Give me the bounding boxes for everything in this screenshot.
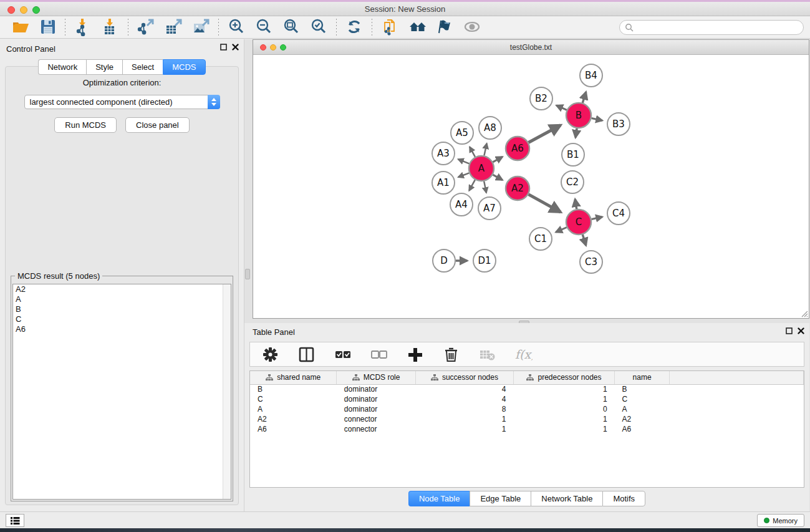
graph-edge-A-A8[interactable]: [484, 143, 486, 156]
graph-edge-A6-B[interactable]: [529, 125, 561, 143]
table-cell[interactable]: 1: [415, 424, 513, 434]
table-cell[interactable]: A: [615, 404, 670, 414]
graph-node-A7[interactable]: A7: [478, 197, 501, 220]
graph-node-B4[interactable]: B4: [580, 64, 602, 87]
graph-edge-B-B1[interactable]: [576, 128, 577, 138]
graph-edge-C-C1[interactable]: [556, 227, 566, 232]
run-mcds-button[interactable]: Run MCDS: [54, 117, 117, 133]
graph-node-B[interactable]: B: [566, 103, 591, 128]
add-column-plus-icon[interactable]: [403, 345, 426, 364]
table-cell[interactable]: [670, 414, 804, 424]
table-cell[interactable]: 1: [513, 384, 614, 394]
dropdown-stepper-icon[interactable]: [208, 95, 220, 109]
graph-edge-A-A3[interactable]: [458, 159, 470, 163]
tab-style[interactable]: Style: [86, 59, 122, 75]
table-cell[interactable]: 1: [415, 414, 513, 424]
graph-node-D1[interactable]: D1: [473, 249, 496, 272]
table-cell[interactable]: 1: [513, 414, 614, 424]
table-cell[interactable]: A2: [250, 414, 337, 424]
graph-node-B3[interactable]: B3: [607, 113, 630, 135]
table-row[interactable]: Cdominator41C: [250, 394, 804, 404]
result-scrollbar[interactable]: [223, 284, 231, 499]
window-resize-grip[interactable]: [799, 309, 808, 317]
graph-node-A1[interactable]: A1: [432, 172, 455, 194]
tab-network[interactable]: Network: [38, 59, 86, 75]
style-flag-icon[interactable]: [433, 18, 456, 37]
result-item[interactable]: B: [13, 304, 231, 314]
network-canvas[interactable]: B4B2BB3A8A5A6B1A3AC2A1A2A4A7C4CC1C3DD1: [254, 56, 808, 317]
graph-edge-A-A4[interactable]: [469, 180, 475, 190]
table-cell[interactable]: [670, 394, 804, 404]
graph-edge-B-B4[interactable]: [582, 92, 586, 103]
optimization-criterion-dropdown[interactable]: largest connected component (directed): [24, 95, 220, 109]
zoom-fit-icon[interactable]: [280, 18, 302, 37]
graph-edge-A-A2[interactable]: [493, 175, 502, 180]
column-header-predecessor-nodes[interactable]: predecessor nodes: [513, 371, 614, 384]
home-pair-icon[interactable]: [406, 18, 428, 37]
table-cell[interactable]: dominator: [337, 384, 416, 394]
float-table-panel-icon[interactable]: [786, 327, 793, 334]
graph-node-A4[interactable]: A4: [450, 193, 473, 216]
tab-network-table[interactable]: Network Table: [531, 491, 602, 506]
import-table-icon[interactable]: [99, 18, 122, 37]
table-cell[interactable]: connector: [337, 414, 416, 424]
table-cell[interactable]: B: [615, 384, 670, 394]
graph-node-C4[interactable]: C4: [607, 202, 630, 225]
table-cell[interactable]: A2: [615, 414, 670, 424]
task-history-button[interactable]: [6, 514, 24, 527]
tab-edge-table[interactable]: Edge Table: [470, 491, 531, 506]
tab-motifs[interactable]: Motifs: [602, 491, 645, 506]
graph-edge-A-A5[interactable]: [470, 147, 475, 157]
table-cell[interactable]: connector: [337, 424, 416, 434]
import-network-icon[interactable]: [72, 18, 94, 37]
result-item[interactable]: A6: [13, 324, 231, 334]
table-cell[interactable]: A6: [250, 424, 337, 434]
column-header-name[interactable]: name: [615, 371, 670, 384]
graph-node-B1[interactable]: B1: [562, 143, 584, 166]
graph-edge-A2-C[interactable]: [529, 195, 561, 212]
refresh-icon[interactable]: [343, 18, 365, 37]
close-panel-button[interactable]: Close panel: [125, 117, 190, 133]
graph-node-D[interactable]: D: [433, 249, 455, 272]
column-layout-icon[interactable]: [295, 345, 317, 364]
table-cell[interactable]: C: [250, 394, 337, 404]
graph-edge-C-C4[interactable]: [592, 217, 602, 220]
tab-node-table[interactable]: Node Table: [408, 491, 470, 506]
column-header-shared-name[interactable]: shared name: [250, 371, 337, 384]
memory-button[interactable]: Memory: [757, 514, 804, 527]
export-image-icon[interactable]: [190, 18, 212, 37]
float-panel-icon[interactable]: [220, 44, 227, 51]
zoom-out-icon[interactable]: [253, 18, 275, 37]
graph-node-A5[interactable]: A5: [451, 122, 473, 144]
network-window-titlebar[interactable]: testGlobe.txt: [253, 40, 809, 55]
column-header-MCDS-role[interactable]: MCDS role: [337, 371, 416, 384]
table-cell[interactable]: [670, 424, 804, 434]
graph-edge-B-B3[interactable]: [592, 118, 602, 120]
table-cell[interactable]: dominator: [337, 394, 416, 404]
table-cell[interactable]: [670, 384, 804, 394]
table-cell[interactable]: [670, 404, 804, 414]
graph-node-C[interactable]: C: [566, 210, 591, 235]
tab-mcds[interactable]: MCDS: [163, 59, 205, 75]
graph-node-A3[interactable]: A3: [432, 142, 455, 165]
close-table-panel-icon[interactable]: [798, 327, 804, 334]
result-item[interactable]: C: [13, 314, 231, 324]
graph-edge-A-A7[interactable]: [484, 181, 486, 193]
result-item[interactable]: A2: [13, 284, 231, 294]
tab-select[interactable]: Select: [122, 59, 163, 75]
graph-edge-A-A1[interactable]: [458, 173, 469, 177]
graph-node-C2[interactable]: C2: [561, 171, 584, 193]
table-cell[interactable]: 0: [513, 404, 614, 414]
table-cell[interactable]: dominator: [337, 404, 416, 414]
table-cell[interactable]: C: [615, 394, 670, 404]
graph-node-C3[interactable]: C3: [580, 251, 602, 273]
graph-edge-C-C2[interactable]: [575, 199, 576, 209]
select-all-checkboxes-icon[interactable]: [331, 345, 354, 364]
delete-column-trash-icon[interactable]: [440, 345, 462, 364]
table-cell[interactable]: 8: [415, 404, 513, 414]
table-cell[interactable]: 4: [415, 384, 513, 394]
network-graph[interactable]: B4B2BB3A8A5A6B1A3AC2A1A2A4A7C4CC1C3DD1: [254, 56, 808, 317]
graph-node-C1[interactable]: C1: [529, 228, 552, 250]
table-row[interactable]: A2connector11A2: [250, 414, 804, 424]
graph-node-A[interactable]: A: [469, 156, 494, 181]
